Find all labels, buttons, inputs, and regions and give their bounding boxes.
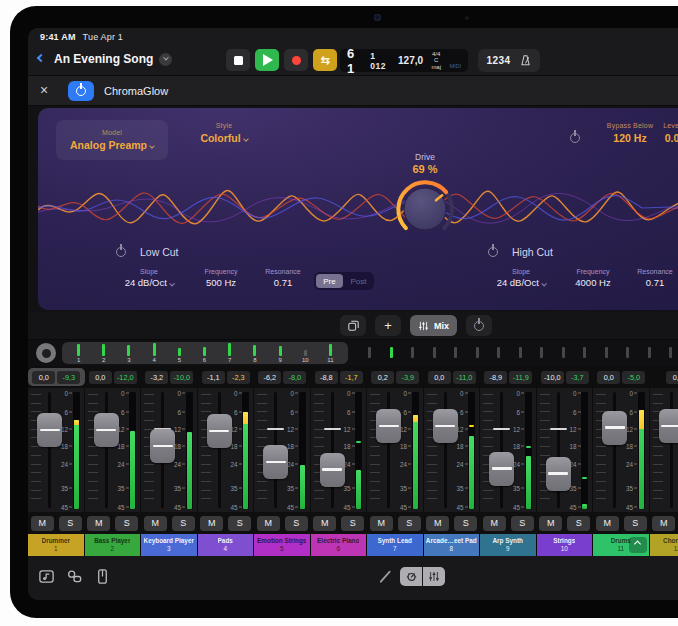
high-cut-frequency[interactable]: Frequency 4000 Hz xyxy=(562,268,624,288)
gain-peak-pair[interactable]: 0,0 xyxy=(650,366,678,388)
level-control[interactable]: Level 0.0 xyxy=(650,122,678,144)
record-button[interactable] xyxy=(284,49,308,71)
stop-button[interactable] xyxy=(226,49,250,71)
mute-button[interactable]: M xyxy=(144,516,167,531)
gain-peak-pair[interactable]: 0,0-11,0 xyxy=(424,366,481,388)
fader-cap[interactable] xyxy=(659,409,678,443)
monitor-icon[interactable] xyxy=(36,343,56,363)
metronome-icon[interactable] xyxy=(519,54,532,67)
lcd-display[interactable]: 6 1 1 012 127,0 4/4C maj MIDI xyxy=(340,49,468,72)
cycle-button[interactable]: ⇆ xyxy=(313,49,337,71)
solo-button[interactable]: S xyxy=(228,516,251,531)
model-selector[interactable]: Model Analog Preamp xyxy=(56,120,168,160)
solo-button[interactable]: S xyxy=(285,516,308,531)
loops-browser-icon[interactable] xyxy=(38,568,55,585)
high-cut-slope[interactable]: Slope 24 dB/Oct xyxy=(488,268,554,288)
track-name-chip[interactable]: Synth Lead7 xyxy=(367,534,423,556)
drive-knob[interactable] xyxy=(392,176,458,242)
solo-button[interactable]: S xyxy=(172,516,195,531)
solo-button[interactable]: S xyxy=(115,516,138,531)
fader-cap[interactable] xyxy=(489,452,514,486)
overview-track[interactable]: 11 xyxy=(318,344,343,364)
collapse-stack-button[interactable] xyxy=(629,537,647,553)
fader-cap[interactable] xyxy=(263,445,288,479)
fader-cap[interactable] xyxy=(150,429,175,463)
overview-track[interactable]: 6 xyxy=(192,344,217,364)
gain-peak-pair[interactable]: -8,8-1,7 xyxy=(311,366,368,388)
pencil-icon[interactable] xyxy=(378,569,393,584)
gain-peak-pair[interactable]: 0,0-9,3 xyxy=(28,368,85,386)
track-name-chip[interactable]: Arp Synth9 xyxy=(480,534,536,556)
gain-peak-pair[interactable]: 0,0-5,0 xyxy=(593,366,650,388)
bypass-power-icon[interactable] xyxy=(570,133,580,143)
gain-peak-pair[interactable]: 0,2-3,9 xyxy=(367,366,424,388)
connections-icon[interactable] xyxy=(66,568,83,585)
overview-track[interactable]: 2 xyxy=(91,344,116,364)
overview-track[interactable]: 8 xyxy=(242,344,267,364)
count-in-button[interactable]: 1234 xyxy=(486,55,510,66)
overview-track[interactable]: 4 xyxy=(142,344,167,364)
mixer-power-button[interactable] xyxy=(466,315,492,336)
chevron-down-icon[interactable] xyxy=(159,53,172,66)
mute-button[interactable]: M xyxy=(31,516,54,531)
track-name-chip[interactable]: Emotion Strings5 xyxy=(254,534,310,556)
track-name-chip[interactable]: Bass Player2 xyxy=(85,534,141,556)
mute-button[interactable]: M xyxy=(652,516,675,531)
track-name-chip[interactable]: Arcade…eet Pad8 xyxy=(424,534,480,556)
mute-button[interactable]: M xyxy=(370,516,393,531)
gain-peak-pair[interactable]: 0,0-12,0 xyxy=(85,366,142,388)
mute-button[interactable]: M xyxy=(596,516,619,531)
solo-button[interactable]: S xyxy=(398,516,421,531)
fader-cap[interactable] xyxy=(433,409,458,443)
add-track-button[interactable]: + xyxy=(375,315,401,336)
plugin-power-button[interactable] xyxy=(68,81,94,101)
mute-button[interactable]: M xyxy=(313,516,336,531)
mute-button[interactable]: M xyxy=(200,516,223,531)
gain-peak-pair[interactable]: -3,2-10,0 xyxy=(141,366,198,388)
overview-track[interactable]: 1 xyxy=(66,344,91,364)
solo-button[interactable]: S xyxy=(341,516,364,531)
track-name-chip[interactable]: Chorus V12 xyxy=(650,534,678,556)
low-cut-slope[interactable]: Slope 24 dB/Oct xyxy=(116,268,182,288)
back-chevron-icon[interactable] xyxy=(37,54,45,62)
solo-button[interactable]: S xyxy=(59,516,82,531)
fader-cap[interactable] xyxy=(94,413,119,447)
gain-peak-pair[interactable]: -10,0-3,7 xyxy=(537,366,594,388)
high-cut-power-icon[interactable] xyxy=(488,247,498,257)
track-name-chip[interactable]: Strings10 xyxy=(537,534,593,556)
smart-controls-button[interactable] xyxy=(400,567,422,586)
overview-track[interactable]: 9 xyxy=(268,344,293,364)
fader-cap[interactable] xyxy=(207,414,232,448)
mute-button[interactable]: M xyxy=(426,516,449,531)
gain-peak-pair[interactable]: -6,2-8,0 xyxy=(254,366,311,388)
track-name-chip[interactable]: Electric Piano6 xyxy=(311,534,367,556)
track-name-chip[interactable]: Drummer1 xyxy=(28,534,84,556)
low-cut-resonance[interactable]: Resonance 0.71 xyxy=(256,268,310,288)
fader-cap[interactable] xyxy=(376,409,401,443)
low-cut-frequency[interactable]: Frequency 500 Hz xyxy=(190,268,252,288)
solo-button[interactable]: S xyxy=(567,516,590,531)
overview-track[interactable]: 7 xyxy=(217,344,242,364)
song-title-button[interactable]: An Evening Song xyxy=(54,52,172,66)
play-surface-icon[interactable] xyxy=(94,568,111,585)
mute-button[interactable]: M xyxy=(257,516,280,531)
mix-button[interactable]: Mix xyxy=(410,315,457,336)
gain-peak-pair[interactable]: -8,9-11,9 xyxy=(480,366,537,388)
close-icon[interactable]: × xyxy=(40,82,48,98)
offscreen-tracks-overview[interactable] xyxy=(358,344,678,358)
visible-tracks-overview[interactable]: 1234567891011 xyxy=(62,342,348,364)
fader-cap[interactable] xyxy=(320,453,345,487)
play-button[interactable] xyxy=(255,49,279,71)
solo-button[interactable]: S xyxy=(511,516,534,531)
style-selector[interactable]: Style Colorful xyxy=(188,122,260,144)
high-cut-resonance[interactable]: Resonance 0.71 xyxy=(628,268,678,288)
gain-peak-pair[interactable]: -1,1-2,3 xyxy=(198,366,255,388)
track-name-chip[interactable]: Drums11 xyxy=(593,534,649,556)
low-cut-power-icon[interactable] xyxy=(116,247,126,257)
post-button[interactable]: Post xyxy=(345,274,372,288)
track-name-chip[interactable]: Pads4 xyxy=(198,534,254,556)
mute-button[interactable]: M xyxy=(483,516,506,531)
fader-cap[interactable] xyxy=(546,457,571,491)
track-name-chip[interactable]: Keyboard Player3 xyxy=(141,534,197,556)
pre-button[interactable]: Pre xyxy=(316,274,343,288)
